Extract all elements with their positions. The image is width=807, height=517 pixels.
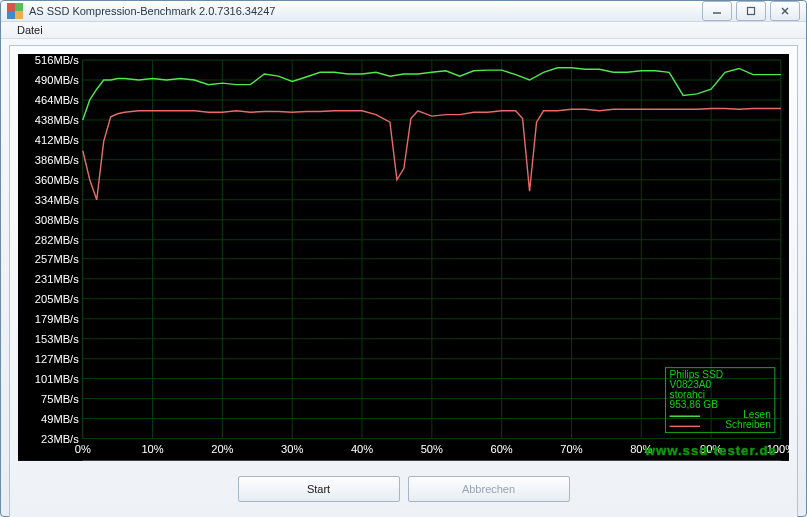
y-tick-label: 127MB/s: [35, 353, 79, 365]
y-tick-label: 360MB/s: [35, 174, 79, 186]
x-tick-label: 40%: [351, 443, 373, 455]
app-icon: [7, 3, 23, 19]
y-tick-label: 412MB/s: [35, 134, 79, 146]
y-tick-label: 257MB/s: [35, 253, 79, 265]
compression-chart: 23MB/s49MB/s75MB/s101MB/s127MB/s153MB/s1…: [18, 54, 789, 461]
maximize-button[interactable]: [736, 1, 766, 21]
y-tick-label: 49MB/s: [41, 413, 79, 425]
y-tick-label: 153MB/s: [35, 333, 79, 345]
y-tick-label: 75MB/s: [41, 393, 79, 405]
legend-device-line: 953,86 GB: [670, 399, 719, 410]
watermark-text: www.ssd-tester.de: [644, 443, 777, 458]
button-row: Start Abbrechen: [10, 469, 797, 517]
close-button[interactable]: [770, 1, 800, 21]
y-tick-label: 516MB/s: [35, 54, 79, 66]
y-tick-label: 23MB/s: [41, 433, 79, 445]
y-tick-label: 334MB/s: [35, 194, 79, 206]
y-tick-label: 386MB/s: [35, 154, 79, 166]
menubar: Datei: [1, 22, 806, 39]
y-tick-label: 464MB/s: [35, 94, 79, 106]
menu-file[interactable]: Datei: [9, 22, 51, 38]
titlebar: AS SSD Kompression-Benchmark 2.0.7316.34…: [1, 1, 806, 22]
y-tick-label: 231MB/s: [35, 273, 79, 285]
legend-write: Schreiben: [725, 419, 771, 430]
y-tick-label: 490MB/s: [35, 74, 79, 86]
start-button[interactable]: Start: [238, 476, 400, 502]
x-tick-label: 50%: [421, 443, 443, 455]
svg-rect-7: [781, 54, 789, 461]
y-tick-label: 438MB/s: [35, 114, 79, 126]
app-window: AS SSD Kompression-Benchmark 2.0.7316.34…: [0, 0, 807, 517]
svg-rect-1: [748, 8, 755, 15]
x-tick-label: 30%: [281, 443, 303, 455]
x-tick-label: 60%: [491, 443, 513, 455]
abort-button: Abbrechen: [408, 476, 570, 502]
x-tick-label: 0%: [75, 443, 91, 455]
content-pane: 23MB/s49MB/s75MB/s101MB/s127MB/s153MB/s1…: [9, 45, 798, 517]
x-tick-label: 20%: [211, 443, 233, 455]
y-tick-label: 308MB/s: [35, 214, 79, 226]
svg-rect-8: [18, 54, 789, 60]
chart-container: 23MB/s49MB/s75MB/s101MB/s127MB/s153MB/s1…: [14, 50, 793, 465]
y-tick-label: 179MB/s: [35, 313, 79, 325]
x-tick-label: 10%: [141, 443, 163, 455]
minimize-button[interactable]: [702, 1, 732, 21]
window-title: AS SSD Kompression-Benchmark 2.0.7316.34…: [29, 5, 275, 17]
y-tick-label: 282MB/s: [35, 234, 79, 246]
y-tick-label: 101MB/s: [35, 373, 79, 385]
y-tick-label: 205MB/s: [35, 293, 79, 305]
x-tick-label: 70%: [560, 443, 582, 455]
